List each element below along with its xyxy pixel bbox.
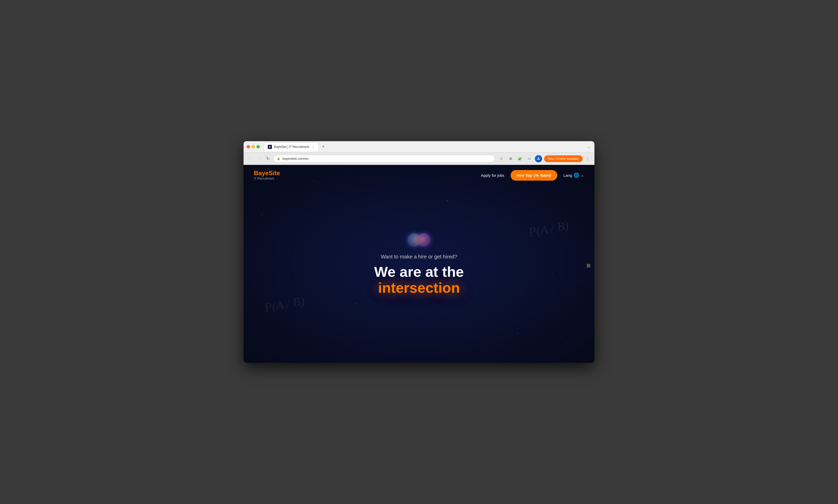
nav-right: Apply for jobs Hire Top 1% Talent Lang 🌐…	[481, 170, 584, 181]
traffic-lights	[247, 145, 260, 148]
lang-chevron-icon: ⌄	[581, 173, 584, 178]
address-field[interactable]: 🔒 bayesiteit.com/en	[273, 155, 495, 163]
star	[272, 319, 272, 320]
language-selector[interactable]: Lang 🌐 ⌄	[564, 173, 584, 178]
maximize-button[interactable]	[256, 145, 260, 148]
new-tab-button[interactable]: +	[320, 143, 327, 150]
tab-title: BayeSite | IT Recruitment	[274, 145, 309, 149]
apply-jobs-link[interactable]: Apply for jobs	[481, 173, 504, 178]
tab-bar: B BayeSite | IT Recruitment × +	[264, 143, 585, 151]
site-navigation: BayeSite IT Recruitment Apply for jobs H…	[243, 165, 595, 185]
lang-label: Lang	[564, 173, 572, 178]
toolbar-icons: ☆ ⊞ 🧩 ▭ A New Chrome available ⋮	[498, 155, 591, 162]
hero-title: We are at the intersection	[331, 264, 507, 295]
puzzle-button[interactable]: 🧩	[516, 155, 524, 162]
back-button[interactable]: ←	[247, 156, 253, 162]
lock-icon: 🔒	[277, 157, 280, 160]
browser-menu-button[interactable]: ⋮	[585, 155, 591, 162]
mac-window: B BayeSite | IT Recruitment × + ⌄ ← → ↻ …	[243, 141, 595, 363]
hero-title-plain: We are at the	[374, 264, 464, 280]
logo-plain: Baye	[254, 169, 269, 177]
globe-icon: 🌐	[574, 173, 579, 178]
star	[524, 204, 525, 205]
site-logo: BayeSite IT Recruitment	[254, 170, 280, 180]
hero-title-highlight: intersection	[378, 280, 460, 296]
tab-favicon: B	[268, 145, 272, 149]
window-chevron[interactable]: ⌄	[587, 145, 590, 149]
venn-diagram-icon	[407, 232, 431, 248]
tab-search-button[interactable]: ▭	[526, 155, 533, 162]
hero-subtitle: Want to make a hire or get hired?	[331, 254, 507, 260]
window-controls-right: ⌄	[587, 145, 591, 149]
star	[261, 214, 262, 215]
logo-orange: Site	[269, 169, 280, 177]
chrome-update-button[interactable]: New Chrome available	[544, 155, 583, 162]
hero-section: Want to make a hire or get hired? We are…	[331, 232, 507, 295]
close-button[interactable]	[247, 145, 250, 148]
star	[517, 333, 518, 334]
logo-subtitle: IT Recruitment	[254, 177, 280, 180]
active-tab[interactable]: B BayeSite | IT Recruitment ×	[264, 143, 319, 151]
star	[356, 304, 356, 304]
bookmark-button[interactable]: ☆	[498, 155, 505, 162]
minimize-button[interactable]	[252, 145, 255, 148]
reload-button[interactable]: ↻	[265, 156, 271, 162]
extensions-button[interactable]: ⊞	[507, 155, 514, 162]
hire-talent-button[interactable]: Hire Top 1% Talent	[511, 170, 557, 181]
address-bar: ← → ↻ 🔒 bayesiteit.com/en ☆ ⊞ 🧩 ▭ A New …	[243, 152, 595, 165]
address-text: bayesiteit.com/en	[283, 157, 309, 161]
forward-button[interactable]: →	[256, 156, 262, 162]
website-content: P(A / B) P(A / B) BayeSite IT Recruitmen…	[243, 165, 595, 363]
decorative-square	[587, 264, 590, 268]
profile-avatar[interactable]: A	[535, 155, 542, 162]
logo-text: BayeSite	[254, 170, 280, 176]
venn-glow	[407, 232, 431, 248]
title-bar: B BayeSite | IT Recruitment × + ⌄	[243, 141, 595, 152]
tab-close-button[interactable]: ×	[311, 145, 315, 149]
